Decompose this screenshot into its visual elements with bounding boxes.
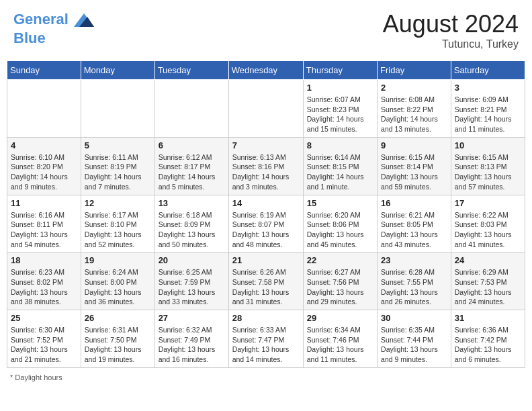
- day-info: Sunrise: 6:28 AMSunset: 7:55 PMDaylight:…: [381, 267, 447, 307]
- calendar-cell: [154, 80, 228, 138]
- day-info: Sunrise: 6:07 AMSunset: 8:23 PMDaylight:…: [307, 95, 373, 134]
- calendar-cell: 5Sunrise: 6:11 AMSunset: 8:19 PMDaylight…: [81, 137, 154, 195]
- calendar-week-1: 1Sunrise: 6:07 AMSunset: 8:23 PMDaylight…: [7, 80, 525, 138]
- day-number: 20: [159, 255, 225, 265]
- calendar-cell: 14Sunrise: 6:19 AMSunset: 8:07 PMDayligh…: [228, 195, 303, 253]
- day-info: Sunrise: 6:09 AMSunset: 8:21 PMDaylight:…: [455, 95, 521, 134]
- day-number: 26: [85, 313, 151, 323]
- calendar-cell: 21Sunrise: 6:26 AMSunset: 7:58 PMDayligh…: [228, 253, 303, 310]
- day-info: Sunrise: 6:13 AMSunset: 8:16 PMDaylight:…: [232, 152, 300, 192]
- calendar-cell: 2Sunrise: 6:08 AMSunset: 8:22 PMDaylight…: [378, 80, 451, 138]
- day-number: 9: [381, 140, 447, 150]
- day-number: 30: [381, 313, 447, 323]
- calendar-cell: 7Sunrise: 6:13 AMSunset: 8:16 PMDaylight…: [228, 137, 303, 195]
- col-wednesday: Wednesday: [228, 61, 303, 80]
- calendar-cell: 4Sunrise: 6:10 AMSunset: 8:20 PMDaylight…: [7, 137, 81, 195]
- col-friday: Friday: [378, 61, 451, 80]
- day-number: 23: [381, 255, 447, 265]
- calendar-cell: 16Sunrise: 6:21 AMSunset: 8:05 PMDayligh…: [378, 195, 451, 253]
- calendar-cell: [81, 80, 154, 138]
- day-info: Sunrise: 6:27 AMSunset: 7:56 PMDaylight:…: [307, 267, 373, 307]
- calendar-cell: 23Sunrise: 6:28 AMSunset: 7:55 PMDayligh…: [378, 253, 451, 310]
- day-info: Sunrise: 6:21 AMSunset: 8:05 PMDaylight:…: [381, 210, 447, 250]
- calendar-cell: [7, 80, 81, 138]
- day-info: Sunrise: 6:34 AMSunset: 7:46 PMDaylight:…: [307, 325, 373, 365]
- day-info: Sunrise: 6:25 AMSunset: 7:59 PMDaylight:…: [159, 267, 225, 307]
- calendar-cell: 8Sunrise: 6:14 AMSunset: 8:15 PMDaylight…: [303, 137, 377, 195]
- day-info: Sunrise: 6:36 AMSunset: 7:42 PMDaylight:…: [455, 325, 521, 365]
- day-info: Sunrise: 6:29 AMSunset: 7:53 PMDaylight:…: [455, 267, 521, 307]
- page-header: General Blue August 2024 Tutuncu, Turkey: [7, 7, 525, 54]
- day-info: Sunrise: 6:16 AMSunset: 8:11 PMDaylight:…: [11, 210, 77, 250]
- day-number: 31: [455, 313, 521, 323]
- day-info: Sunrise: 6:30 AMSunset: 7:52 PMDaylight:…: [11, 325, 77, 365]
- calendar-table: Sunday Monday Tuesday Wednesday Thursday…: [7, 60, 525, 368]
- calendar-cell: 29Sunrise: 6:34 AMSunset: 7:46 PMDayligh…: [303, 310, 377, 368]
- day-info: Sunrise: 6:32 AMSunset: 7:49 PMDaylight:…: [159, 325, 225, 365]
- day-info: Sunrise: 6:23 AMSunset: 8:02 PMDaylight:…: [11, 267, 77, 307]
- calendar-cell: 28Sunrise: 6:33 AMSunset: 7:47 PMDayligh…: [228, 310, 303, 368]
- day-number: 17: [455, 198, 521, 208]
- day-info: Sunrise: 6:19 AMSunset: 8:07 PMDaylight:…: [232, 210, 300, 250]
- day-number: 4: [11, 140, 77, 150]
- day-info: Sunrise: 6:18 AMSunset: 8:09 PMDaylight:…: [159, 210, 225, 250]
- calendar-cell: [228, 80, 303, 138]
- day-info: Sunrise: 6:14 AMSunset: 8:15 PMDaylight:…: [307, 152, 373, 192]
- day-number: 13: [159, 198, 225, 208]
- month-year: August 2024: [383, 10, 519, 38]
- day-number: 6: [159, 140, 225, 150]
- day-info: Sunrise: 6:31 AMSunset: 7:50 PMDaylight:…: [85, 325, 151, 365]
- day-info: Sunrise: 6:24 AMSunset: 8:00 PMDaylight:…: [85, 267, 151, 307]
- footer-note: * Daylight hours: [7, 373, 525, 381]
- day-number: 22: [307, 255, 373, 265]
- day-number: 2: [381, 83, 447, 93]
- day-number: 27: [159, 313, 225, 323]
- calendar-cell: 11Sunrise: 6:16 AMSunset: 8:11 PMDayligh…: [7, 195, 81, 253]
- calendar-cell: 19Sunrise: 6:24 AMSunset: 8:00 PMDayligh…: [81, 253, 154, 310]
- calendar-cell: 22Sunrise: 6:27 AMSunset: 7:56 PMDayligh…: [303, 253, 377, 310]
- calendar-cell: 20Sunrise: 6:25 AMSunset: 7:59 PMDayligh…: [154, 253, 228, 310]
- calendar-cell: 31Sunrise: 6:36 AMSunset: 7:42 PMDayligh…: [451, 310, 525, 368]
- calendar-week-5: 25Sunrise: 6:30 AMSunset: 7:52 PMDayligh…: [7, 310, 525, 368]
- day-info: Sunrise: 6:08 AMSunset: 8:22 PMDaylight:…: [381, 95, 447, 134]
- calendar-cell: 6Sunrise: 6:12 AMSunset: 8:17 PMDaylight…: [154, 137, 228, 195]
- day-info: Sunrise: 6:11 AMSunset: 8:19 PMDaylight:…: [85, 152, 151, 192]
- calendar-cell: 27Sunrise: 6:32 AMSunset: 7:49 PMDayligh…: [154, 310, 228, 368]
- location: Tutuncu, Turkey: [383, 38, 519, 50]
- col-monday: Monday: [81, 61, 154, 80]
- day-number: 25: [11, 313, 77, 323]
- day-number: 19: [85, 255, 151, 265]
- day-number: 3: [455, 83, 521, 93]
- col-tuesday: Tuesday: [154, 61, 228, 80]
- col-saturday: Saturday: [451, 61, 525, 80]
- day-number: 16: [381, 198, 447, 208]
- day-info: Sunrise: 6:15 AMSunset: 8:13 PMDaylight:…: [455, 152, 521, 192]
- calendar-cell: 15Sunrise: 6:20 AMSunset: 8:06 PMDayligh…: [303, 195, 377, 253]
- calendar-cell: 13Sunrise: 6:18 AMSunset: 8:09 PMDayligh…: [154, 195, 228, 253]
- day-info: Sunrise: 6:26 AMSunset: 7:58 PMDaylight:…: [232, 267, 300, 307]
- day-info: Sunrise: 6:35 AMSunset: 7:44 PMDaylight:…: [381, 325, 447, 365]
- day-number: 8: [307, 140, 373, 150]
- day-number: 1: [307, 83, 373, 93]
- day-number: 21: [232, 255, 300, 265]
- calendar-cell: 18Sunrise: 6:23 AMSunset: 8:02 PMDayligh…: [7, 253, 81, 310]
- col-sunday: Sunday: [7, 61, 81, 80]
- day-info: Sunrise: 6:22 AMSunset: 8:03 PMDaylight:…: [455, 210, 521, 250]
- day-number: 11: [11, 198, 77, 208]
- day-number: 24: [455, 255, 521, 265]
- calendar-cell: 10Sunrise: 6:15 AMSunset: 8:13 PMDayligh…: [451, 137, 525, 195]
- day-info: Sunrise: 6:15 AMSunset: 8:14 PMDaylight:…: [381, 152, 447, 192]
- calendar-cell: 25Sunrise: 6:30 AMSunset: 7:52 PMDayligh…: [7, 310, 81, 368]
- day-number: 18: [11, 255, 77, 265]
- day-info: Sunrise: 6:17 AMSunset: 8:10 PMDaylight:…: [85, 210, 151, 250]
- day-info: Sunrise: 6:10 AMSunset: 8:20 PMDaylight:…: [11, 152, 77, 192]
- col-thursday: Thursday: [303, 61, 377, 80]
- day-number: 5: [85, 140, 151, 150]
- day-number: 14: [232, 198, 300, 208]
- day-info: Sunrise: 6:12 AMSunset: 8:17 PMDaylight:…: [159, 152, 225, 192]
- day-number: 28: [232, 313, 300, 323]
- title-block: August 2024 Tutuncu, Turkey: [383, 10, 519, 50]
- day-info: Sunrise: 6:33 AMSunset: 7:47 PMDaylight:…: [232, 325, 300, 365]
- calendar-cell: 30Sunrise: 6:35 AMSunset: 7:44 PMDayligh…: [378, 310, 451, 368]
- logo: General Blue: [13, 10, 94, 46]
